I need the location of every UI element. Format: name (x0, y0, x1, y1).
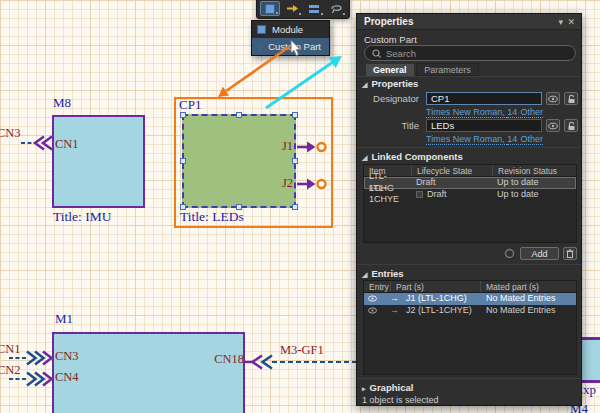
tool-dropdown-dot (276, 12, 278, 14)
ext-port-cn2: CN2 (0, 363, 21, 378)
properties-panel: Properties ▾ ✕ Custom Part Search Genera… (356, 13, 582, 406)
resize-handle[interactable] (292, 158, 298, 164)
eye-icon (548, 95, 558, 103)
panel-menu-caret-icon[interactable]: ▾ (558, 14, 563, 30)
tool-dropdown-dot (299, 13, 301, 15)
panel-close-icon[interactable]: ✕ (567, 14, 575, 30)
section-collapsed-icon: ▸ (362, 385, 366, 392)
block-cp1[interactable] (182, 114, 296, 208)
delete-button[interactable] (563, 247, 577, 260)
placement-dropdown-menu: Module Custom Part (251, 20, 330, 56)
col-mated-part[interactable]: Mated part (s) (480, 281, 576, 292)
lock-button[interactable] (564, 92, 578, 105)
harness-icon (308, 4, 320, 14)
designator-label: Designator (357, 93, 419, 104)
resize-handle[interactable] (292, 112, 298, 118)
refresh-icon[interactable] (504, 248, 515, 259)
lock-icon (567, 121, 576, 131)
entries-table-header[interactable]: Entry Part (s) Mated part (s) (364, 281, 576, 293)
ext-port-m3gf1: M3-GF1 (280, 343, 324, 358)
designator-font-link[interactable]: Times New Roman, 14 (426, 107, 517, 118)
divider (357, 147, 581, 148)
title-font-link[interactable]: Times New Roman, 14 (426, 134, 517, 145)
block-m1[interactable] (52, 332, 245, 413)
title-label: Title (357, 120, 419, 131)
col-lifecycle-state[interactable]: Lifecycle State (411, 165, 492, 176)
m8-ref-label: M8 (53, 95, 71, 111)
add-button[interactable]: Add (520, 247, 559, 260)
m1-port-cn4: CN4 (55, 370, 79, 385)
m8-port-cn1: CN1 (55, 137, 79, 152)
menu-item-custom-part[interactable]: Custom Part (252, 38, 329, 55)
cp1-ref-label: CP1 (179, 97, 201, 113)
title-other-link[interactable]: Other (507, 134, 543, 145)
cp1-port-j2: J2 (276, 176, 293, 191)
resize-handle[interactable] (180, 158, 186, 164)
module-icon (265, 4, 275, 14)
divider (357, 378, 581, 379)
harness-tool-button[interactable] (304, 1, 324, 16)
resize-handle[interactable] (292, 204, 298, 210)
m1-port-cn18: CN18 (208, 352, 244, 367)
search-placeholder: Search (386, 48, 416, 59)
tool-dropdown-dot (343, 13, 345, 15)
entries-table: Entry Part (s) Mated part (s) → J1 (LTL-… (363, 280, 577, 375)
visibility-button[interactable] (546, 92, 560, 105)
section-entries[interactable]: ◢Entries (362, 268, 404, 279)
eye-icon (368, 295, 377, 302)
block-m8[interactable] (52, 115, 145, 208)
resize-handle[interactable] (236, 112, 242, 118)
col-revision-status[interactable]: Revision Status (492, 165, 576, 176)
yellow-arrow-icon (286, 4, 299, 13)
draft-checkbox[interactable] (416, 191, 423, 198)
designator-other-link[interactable]: Other (507, 107, 543, 118)
divider (357, 264, 581, 265)
tab-parameters[interactable]: Parameters (416, 63, 479, 76)
eye-icon (548, 122, 558, 130)
entry-arrow-icon: → (390, 305, 406, 317)
panel-subtitle: Custom Part (364, 34, 417, 45)
col-entry[interactable]: Entry (364, 281, 390, 292)
section-graphical[interactable]: ▸Graphical (362, 382, 413, 393)
m1-port-cn3: CN3 (55, 349, 79, 364)
trash-icon (566, 249, 574, 258)
m1-ref-label: M1 (55, 311, 73, 327)
entry-arrow-icon: → (390, 293, 406, 305)
section-linked-components[interactable]: ◢Linked Components (362, 151, 463, 162)
module-icon (257, 25, 266, 34)
schematic-editor: { "icons": { "dropdown_caret": "▾", "clo… (0, 0, 600, 413)
title-input[interactable]: LEDs (426, 119, 542, 132)
col-part[interactable]: Part (s) (390, 281, 480, 292)
cp1-title: Title: LEDs (180, 209, 244, 225)
divider (357, 76, 581, 77)
custom-part-icon (257, 42, 262, 51)
block-right-edge[interactable] (580, 337, 600, 383)
ext-port-cn1: CN1 (0, 342, 21, 357)
entries-row[interactable]: → J1 (LTL-1CHG) No Mated Entries (364, 293, 576, 305)
ext-port-cn3: CN3 (0, 126, 21, 141)
visibility-button[interactable] (546, 119, 560, 132)
panel-titlebar[interactable]: Properties ▾ ✕ (357, 14, 581, 30)
entries-row[interactable]: → J2 (LTL-1CHYE) No Mated Entries (364, 305, 576, 317)
lasso-tool-button[interactable] (326, 1, 346, 16)
menu-item-module[interactable]: Module (252, 21, 329, 38)
designator-input[interactable]: CP1 (426, 92, 542, 105)
eye-icon (368, 307, 377, 314)
lock-button[interactable] (564, 119, 578, 132)
linked-components-table: Item Lifecycle State Revision Status LTL… (363, 164, 577, 243)
search-input[interactable]: Search (364, 45, 576, 61)
lasso-icon (329, 3, 343, 14)
panel-title: Properties (364, 14, 413, 30)
module-tool-button[interactable] (260, 1, 280, 16)
tool-dropdown-dot (321, 13, 323, 15)
status-text: 1 object is selected (362, 395, 439, 405)
m8-title: Title: IMU (53, 209, 111, 225)
arrow-tool-button[interactable] (282, 1, 302, 16)
section-properties[interactable]: ◢Properties (362, 78, 418, 89)
section-expanded-icon: ◢ (362, 271, 367, 278)
linked-row[interactable]: LTL-1CHYE Draft Up to date (364, 189, 576, 201)
placement-toolbar (256, 0, 350, 19)
section-expanded-icon: ◢ (362, 81, 367, 88)
lock-icon (567, 94, 576, 104)
search-icon (372, 49, 381, 58)
